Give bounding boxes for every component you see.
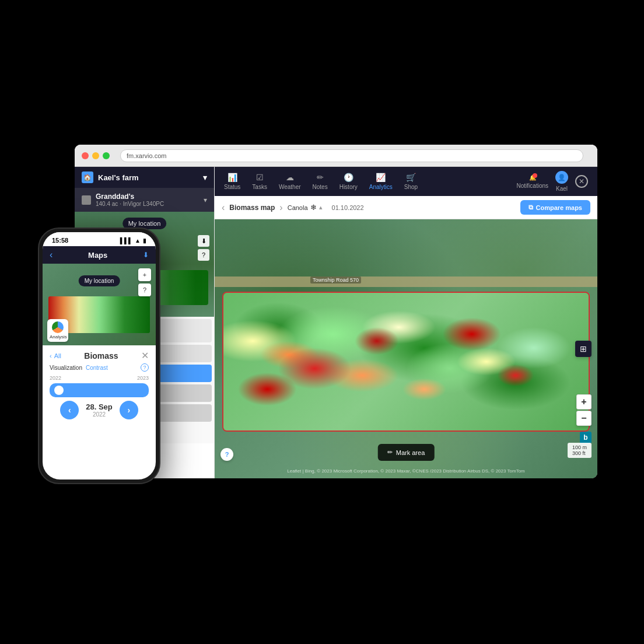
crop-name: Canola <box>288 204 308 211</box>
mark-area-button[interactable]: ✏ Mark area <box>378 444 435 461</box>
analytics-icon: 📈 <box>376 173 386 182</box>
nav-item-notes[interactable]: ✏ Notes <box>313 173 328 190</box>
nav-item-analytics[interactable]: 📈 Analytics <box>369 173 393 190</box>
year-start-label: 2022 <box>50 375 61 381</box>
notifications-btn[interactable]: 🔔 Notifications <box>517 174 548 189</box>
date-slider-track[interactable] <box>50 383 149 397</box>
close-dot[interactable] <box>82 152 89 159</box>
year-labels: 2022 2023 <box>50 375 149 381</box>
road-label: Township Road 570 <box>310 276 361 284</box>
notification-icon-wrap: 🔔 <box>529 174 536 181</box>
nav-item-history[interactable]: 🕐 History <box>340 173 358 190</box>
phone-status-bar: 15:58 ▌▌▌ ▲ ▮ <box>43 232 156 246</box>
slider-thumb <box>54 386 64 395</box>
nav-label-shop: Shop <box>404 184 418 190</box>
nav-item-shop[interactable]: 🛒 Shop <box>404 173 418 190</box>
weather-icon: ☁ <box>286 173 294 182</box>
minimize-dot[interactable] <box>92 152 99 159</box>
biomass-back-label: All <box>54 352 61 359</box>
phone-map-controls: + ? <box>138 268 151 296</box>
phone-nav-header: ‹ Maps ⬇ <box>43 246 156 264</box>
help-icon[interactable]: ? <box>198 249 209 261</box>
phone-zoom-out-btn[interactable]: ? <box>138 284 151 296</box>
maximize-dot[interactable] <box>103 152 110 159</box>
download-icon[interactable]: ⬇ <box>198 235 209 247</box>
user-profile-btn[interactable]: 👤 Kael <box>555 171 568 192</box>
shop-icon: 🛒 <box>406 173 416 182</box>
phone-location-text: My location <box>85 278 114 284</box>
close-button[interactable]: ✕ <box>575 175 588 188</box>
nav-item-tasks[interactable]: ☑ Tasks <box>252 173 267 190</box>
url-text: fm.xarvio.com <box>127 152 166 159</box>
zoom-in-button[interactable]: + <box>576 394 592 410</box>
date-year: 2022 <box>86 411 113 418</box>
map-container[interactable]: Township Road 570 ⊞ + − <box>215 219 597 478</box>
date-nav: ‹ 28. Sep 2022 › <box>50 401 149 419</box>
phone-analysis-pie-icon <box>52 321 64 333</box>
pencil-icon: ✏ <box>387 449 393 456</box>
biomass-header: ‹ All Biomass ✕ <box>50 350 149 361</box>
layers-button[interactable]: ⊞ <box>575 341 592 357</box>
prev-date-button[interactable]: ‹ <box>60 401 79 419</box>
nav-label-weather: Weather <box>279 184 301 190</box>
nav-label-notes: Notes <box>313 184 328 190</box>
phone-location-button[interactable]: My location <box>79 275 120 286</box>
biomass-back-button[interactable]: ‹ All <box>50 352 61 359</box>
chevron-up-icon: ▴ <box>319 204 323 211</box>
farm-name: Kael's farm <box>98 173 139 182</box>
compare-maps-button[interactable]: ⧉ Compare maps <box>520 200 590 215</box>
phone-zoom-in-btn[interactable]: + <box>138 268 151 281</box>
notes-icon: ✏ <box>317 173 324 182</box>
map-attribution: Leaflet | Bing, © 2023 Microsoft Corpora… <box>287 468 524 474</box>
mark-area-label: Mark area <box>396 449 425 456</box>
crop-info: Canola ❄ ▴ <box>288 203 323 212</box>
map-type-label: Biomass map <box>229 204 275 212</box>
status-icon: 📊 <box>228 173 237 182</box>
chevron-down-icon: ▾ <box>203 173 207 182</box>
compare-icon: ⧉ <box>528 204 533 211</box>
phone-map-area[interactable]: My location + ? Analysis <box>43 264 156 345</box>
nav-item-status[interactable]: 📊 Status <box>224 173 240 190</box>
location-text: My location <box>128 220 161 227</box>
phone-analysis-button[interactable]: Analysis <box>47 319 68 342</box>
year-end-label: 2023 <box>137 375 149 381</box>
field-name: Granddad's <box>96 192 164 201</box>
battery-icon: ▮ <box>143 237 146 244</box>
wifi-icon: ▲ <box>135 237 141 244</box>
phone-back-icon[interactable]: ‹ <box>50 250 52 260</box>
help-button[interactable]: ? <box>220 448 233 461</box>
sidebar-farm-header[interactable]: 🏠 Kael's farm ▾ <box>75 167 214 188</box>
nav-item-weather[interactable]: ☁ Weather <box>279 173 301 190</box>
next-map-btn[interactable]: › <box>279 202 282 213</box>
browser-chrome: fm.xarvio.com <box>75 145 597 167</box>
field-chevron-icon: ▾ <box>204 196 207 204</box>
field-heatmap <box>222 292 590 432</box>
url-bar[interactable]: fm.xarvio.com <box>120 149 583 162</box>
top-nav: 📊 Status ☑ Tasks ☁ Weather ✏ Notes <box>215 167 597 196</box>
map-controls-right: ⊞ <box>575 341 592 357</box>
farm-icon: 🏠 <box>82 172 93 183</box>
sidebar-field-info[interactable]: Granddad's 140.4 ac · InVigor L340PC ▾ <box>75 188 214 212</box>
phone-download-icon[interactable]: ⬇ <box>143 251 149 259</box>
phone-analysis-label: Analysis <box>50 334 66 340</box>
field-icon <box>82 195 91 205</box>
bing-logo: b <box>580 432 592 443</box>
farm-name-group: 🏠 Kael's farm <box>82 172 139 183</box>
nav-label-history: History <box>340 184 358 190</box>
visualization-row: Visualization Contrast ? <box>50 363 149 372</box>
nav-label-tasks: Tasks <box>252 184 267 190</box>
mobile-phone: 15:58 ▌▌▌ ▲ ▮ ‹ Maps ⬇ My location <box>38 228 160 484</box>
date-display: 28. Sep 2022 <box>86 402 113 418</box>
biomass-close-button[interactable]: ✕ <box>141 350 149 361</box>
snowflake-icon: ❄ <box>310 203 317 212</box>
map-date: 01.10.2022 <box>332 204 364 211</box>
main-area: 📊 Status ☑ Tasks ☁ Weather ✏ Notes <box>215 167 597 478</box>
heatmap-canvas <box>223 293 589 430</box>
scale-text-ft: 300 ft <box>572 450 587 456</box>
prev-map-btn[interactable]: ‹ <box>222 202 225 213</box>
map-subheader: ‹ Biomass map › Canola ❄ ▴ 01.10.2022 ⧉ … <box>215 196 597 219</box>
viz-help-button[interactable]: ? <box>141 363 149 372</box>
zoom-out-button[interactable]: − <box>576 411 592 426</box>
next-date-button[interactable]: › <box>120 401 138 419</box>
tasks-icon: ☑ <box>256 173 264 182</box>
